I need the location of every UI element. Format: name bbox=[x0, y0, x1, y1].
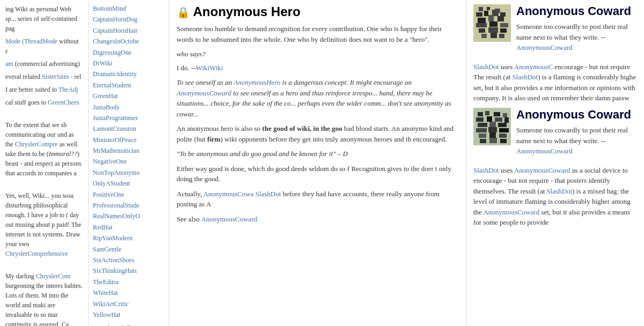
svg-rect-9 bbox=[488, 15, 494, 21]
nav-negativeone[interactable]: NegativeOne bbox=[93, 156, 164, 167]
wikiwiki-link[interactable]: WikiWiki bbox=[196, 64, 223, 72]
italic-block: To see oneself as an AnonymousHero is a … bbox=[177, 77, 459, 119]
svg-rect-38 bbox=[480, 139, 486, 143]
nav-justaprogrammer[interactable]: JustaProgrammer bbox=[93, 113, 164, 123]
nav-samgentle[interactable]: SamGentle bbox=[93, 244, 164, 255]
anon-block-1: Anonymous Coward Someone too cowardly to… bbox=[473, 4, 638, 53]
svg-rect-16 bbox=[500, 28, 507, 33]
nav-captainhorndog[interactable]: CaptainHornDog bbox=[93, 14, 164, 25]
ac-link-right2[interactable]: AnonymousCoward bbox=[516, 147, 573, 155]
left-panel: ing Wiki as personal Web sp... series of… bbox=[0, 0, 89, 326]
ac-link2[interactable]: AnonymousCowa bbox=[203, 190, 254, 198]
nav-bottommind[interactable]: BottomMind bbox=[93, 3, 164, 14]
nav-wikiartcritic[interactable]: WikiArtCritic bbox=[93, 299, 164, 309]
left-text-1: ing Wiki as personal Web sp... series of… bbox=[5, 4, 83, 33]
slashdot-link1[interactable]: SlashDot bbox=[255, 190, 281, 198]
nav-theeditor[interactable]: TheEditor bbox=[93, 277, 164, 287]
slashdot-link3[interactable]: SlashDot bbox=[513, 73, 538, 81]
nav-positiveone[interactable]: PositiveOne bbox=[93, 189, 164, 200]
nav-nontopanonymo[interactable]: NonTopAnonymo bbox=[93, 167, 164, 178]
i-do-text: I do. --WikiWiki bbox=[177, 63, 459, 73]
slashdot-link2[interactable]: SlashDot bbox=[473, 63, 499, 71]
nav-ripvanmodern[interactable]: RipVanModern bbox=[93, 233, 164, 243]
main-see-also: See also AnonymousCoward bbox=[177, 214, 459, 225]
svg-rect-1 bbox=[479, 7, 483, 11]
left-text-4: everal related SisterSites - rel bbox=[5, 72, 83, 82]
main-para2: An anonymous hero is also so the good of… bbox=[177, 123, 459, 144]
svg-rect-4 bbox=[476, 12, 482, 17]
anonymous-hero-link1[interactable]: AnonymousHero bbox=[234, 78, 281, 86]
ac-link-final2[interactable]: AnonymousCoward bbox=[483, 208, 539, 216]
left-text-3: am (commercial advertising) bbox=[5, 59, 83, 69]
nav-mrmathematician[interactable]: MrMathematician bbox=[93, 145, 164, 156]
chrysler-comprehensive-link[interactable]: ChryslerComprehensive bbox=[5, 250, 68, 257]
nav-dramaticidentity[interactable]: DramaticIdentity bbox=[93, 69, 164, 79]
thread-mode-link[interactable]: Mode (ThreadMode bbox=[5, 38, 57, 45]
nav-drwiki[interactable]: DrWiki bbox=[93, 58, 164, 69]
main-desc1: Someone too humble to demand recognition… bbox=[177, 24, 459, 45]
nav-changesinoctobe[interactable]: ChangesInOctobe bbox=[93, 36, 164, 47]
svg-rect-30 bbox=[489, 122, 496, 127]
nav-redhat[interactable]: RedHat bbox=[93, 222, 164, 233]
svg-rect-33 bbox=[488, 127, 497, 132]
theadj-link[interactable]: TheAdj bbox=[58, 86, 78, 93]
nav-onlyastudent[interactable]: OnlyAStudent bbox=[93, 178, 164, 189]
nav-lamontcranston[interactable]: LamontCranston bbox=[93, 123, 164, 134]
anon-title-1: Anonymous Coward bbox=[516, 4, 638, 18]
nav-realnamesonly[interactable]: RealNamesOnlyO bbox=[93, 211, 164, 221]
sister-sites-link[interactable]: SisterSites bbox=[42, 73, 69, 80]
svg-rect-24 bbox=[503, 113, 507, 117]
svg-rect-8 bbox=[478, 18, 486, 23]
slashdot-link5[interactable]: SlashDot bbox=[547, 187, 573, 195]
title-icon: 🔒 bbox=[177, 6, 190, 18]
svg-rect-18 bbox=[491, 33, 497, 38]
svg-rect-23 bbox=[494, 112, 500, 116]
svg-rect-2 bbox=[487, 7, 490, 10]
nav-eternalstudent[interactable]: EternalStudent bbox=[93, 80, 164, 91]
svg-rect-35 bbox=[479, 134, 486, 138]
left-text-2: Mode (ThreadMode without c bbox=[5, 36, 83, 56]
nav-professionalstude[interactable]: ProfessionalStude bbox=[93, 200, 164, 211]
svg-rect-34 bbox=[499, 128, 509, 132]
svg-rect-15 bbox=[488, 27, 498, 33]
anonymous-coward-seealso[interactable]: AnonymousCoward bbox=[201, 215, 258, 223]
left-text-8: Yes, well, Wiki... you wou disturbing ph… bbox=[5, 191, 83, 258]
nav-greenhat[interactable]: GreenHat bbox=[93, 91, 164, 101]
svg-rect-17 bbox=[481, 34, 487, 38]
svg-rect-5 bbox=[484, 11, 488, 16]
am-link[interactable]: am bbox=[5, 60, 13, 68]
who-says: who says? bbox=[177, 49, 459, 60]
anon-desc-1: Someone too cowardly to post their real … bbox=[516, 21, 638, 53]
anon-text-1: Anonymous Coward Someone too cowardly to… bbox=[516, 4, 638, 53]
anon-text-2: Anonymous Coward Someone too cowardly to… bbox=[516, 108, 638, 157]
greenchees-link[interactable]: GreenChees bbox=[48, 99, 79, 106]
nav-sixthinkinghats[interactable]: SixThinkingHats bbox=[93, 265, 164, 276]
chryslercom-link[interactable]: ChryslerCom bbox=[36, 272, 71, 280]
anonymous-coward-link1[interactable]: AnonymousCoward bbox=[177, 89, 231, 97]
nav-ministerofpeace[interactable]: MinisterOfPeace bbox=[93, 135, 164, 145]
chrysler-link1[interactable]: ChryslerCompre bbox=[15, 140, 58, 148]
svg-rect-29 bbox=[478, 123, 487, 127]
nav-panel: BottomMind CaptainHornDog CaptainHornHai… bbox=[89, 0, 169, 326]
nav-yellowhat[interactable]: YellowHat bbox=[93, 309, 164, 320]
nav-justabody[interactable]: JustaBody bbox=[93, 102, 164, 113]
ac-link-final[interactable]: AnonymousCoward bbox=[514, 166, 570, 174]
anon-title-2: Anonymous Coward bbox=[516, 108, 638, 122]
anon-block-2: Anonymous Coward Someone too cowardly to… bbox=[473, 108, 638, 157]
nav-digressingone[interactable]: DigressingOne bbox=[93, 47, 164, 58]
slashdot-final: SlashDot uses AnonymousCoward as a socia… bbox=[473, 165, 638, 228]
main-content: 🔒 Anonymous Hero Someone too humble to d… bbox=[169, 0, 467, 326]
svg-rect-26 bbox=[487, 116, 492, 122]
svg-rect-11 bbox=[476, 23, 487, 27]
svg-rect-32 bbox=[476, 128, 487, 132]
ac-link-mid[interactable]: AnonymousC bbox=[514, 63, 553, 71]
anon-icon-2 bbox=[473, 108, 511, 145]
nav-sixactionshoes[interactable]: SixActionShoes bbox=[93, 255, 164, 265]
ac-link-right1[interactable]: AnonymousCoward bbox=[516, 43, 573, 51]
nav-whitehat[interactable]: WhiteHat bbox=[93, 287, 164, 298]
slashdot-block-mid: SlashDot uses AnonymousC encourage - but… bbox=[473, 62, 638, 103]
svg-rect-19 bbox=[499, 34, 504, 38]
nav-captainhornhair[interactable]: CaptainHornHair bbox=[93, 25, 164, 36]
svg-rect-21 bbox=[478, 112, 483, 116]
slashdot-link4[interactable]: SlashDot bbox=[473, 166, 499, 174]
